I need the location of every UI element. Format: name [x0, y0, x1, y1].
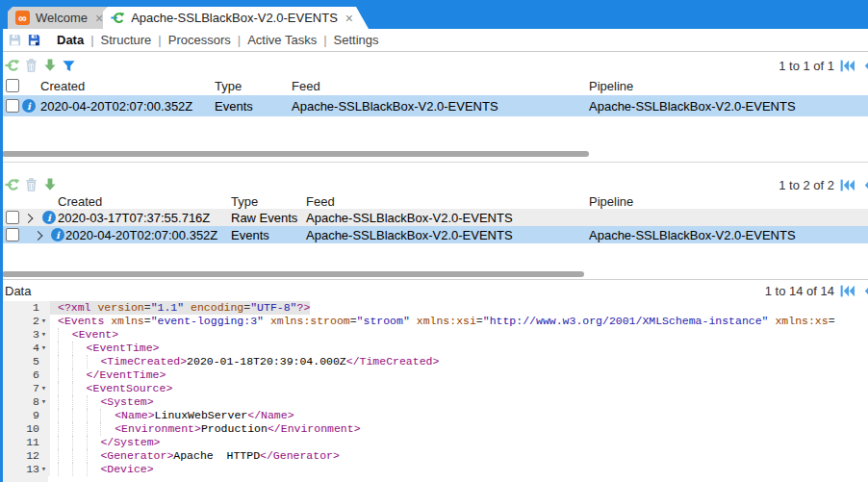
menu-item-settings[interactable]: Settings — [334, 33, 379, 47]
column-header-pipeline[interactable]: Pipeline — [589, 193, 633, 208]
save-as-icon[interactable] — [27, 33, 41, 47]
data-panel-pagination: 1 to 14 of 14 — [765, 280, 868, 301]
code-line: 10 <Environment>Production</Environment> — [3, 422, 868, 436]
first-page-icon[interactable] — [839, 283, 855, 299]
code-token — [264, 315, 270, 327]
xml-code-editor[interactable]: 1<?xml version="1.1" encoding="UTF-8"?>2… — [3, 301, 868, 482]
cell-type: Events — [231, 228, 269, 242]
filter-icon[interactable] — [62, 59, 76, 73]
delete-icon[interactable] — [24, 177, 38, 192]
save-icon[interactable] — [8, 33, 22, 47]
first-page-icon[interactable] — [839, 177, 855, 193]
code-token — [410, 315, 417, 327]
column-header-created[interactable]: Created — [58, 193, 102, 208]
cell-pipeline: Apache-SSLBlackBox-V2.0-EVENTS — [589, 99, 796, 114]
menu-item-processors[interactable]: Processors — [168, 33, 231, 47]
fold-arrow-icon[interactable]: ▾ — [39, 382, 48, 395]
section-divider — [0, 162, 868, 163]
code-token — [58, 463, 72, 476]
column-header-feed[interactable]: Feed — [306, 193, 335, 208]
tab-apache-sslblackbox-events[interactable]: Apache-SSLBlackBox-V2.0-EVENTS × — [103, 7, 369, 29]
line-number: 2 — [33, 315, 39, 328]
code-token: <EventTime> — [87, 342, 160, 354]
code-text: <EventTime> — [50, 342, 160, 355]
first-page-icon[interactable] — [839, 58, 855, 74]
info-icon[interactable] — [22, 99, 36, 113]
tab-label: Apache-SSLBlackBox-V2.0-EVENTS — [131, 11, 338, 25]
download-icon[interactable] — [42, 58, 58, 73]
menu-item-active-tasks[interactable]: Active Tasks — [247, 33, 317, 47]
column-header-feed[interactable]: Feed — [292, 79, 320, 93]
horizontal-scrollbar[interactable] — [2, 151, 589, 157]
table-row[interactable]: 2020-03-17T07:37:55.716ZRaw EventsApache… — [0, 209, 868, 226]
delete-icon[interactable] — [24, 58, 38, 73]
code-token — [72, 463, 87, 476]
code-line: 3▾ <Event> — [3, 328, 868, 342]
code-token — [87, 422, 101, 436]
line-gutter: 2▾ — [3, 315, 50, 328]
view-menu: Data | Structure | Processors | Active T… — [57, 33, 379, 47]
close-tab-icon[interactable]: × — [345, 12, 353, 25]
code-token — [58, 409, 72, 422]
code-line: 5 <TimeCreated>2020-01-18T20:39:04.000Z<… — [3, 355, 868, 368]
info-icon[interactable] — [42, 211, 56, 224]
fold-arrow-icon[interactable]: ▾ — [39, 328, 48, 342]
previous-page-icon[interactable] — [860, 283, 868, 299]
menu-item-structure[interactable]: Structure — [101, 33, 152, 47]
tab-label: Welcome — [36, 11, 88, 25]
column-header-created[interactable]: Created — [40, 79, 85, 93]
code-token — [58, 355, 72, 368]
line-gutter: 12 — [3, 449, 50, 463]
code-line: 9 <Name>LinuxWebServer</Name> — [3, 409, 868, 422]
line-gutter: 6 — [3, 368, 50, 382]
process-icon[interactable] — [5, 177, 20, 192]
code-token — [72, 368, 87, 382]
fold-arrow-icon[interactable]: ▾ — [39, 395, 48, 409]
expand-chevron-icon[interactable] — [35, 228, 41, 242]
previous-page-icon[interactable] — [860, 177, 868, 193]
close-tab-icon[interactable]: × — [95, 12, 103, 25]
fold-arrow-icon[interactable]: ▾ — [39, 315, 48, 328]
data-panel-header: Data — [3, 279, 868, 301]
part-table-header: Created Type Feed Pipeline — [0, 192, 868, 209]
code-token: = — [144, 315, 151, 327]
code-token: "1.1" — [151, 301, 185, 314]
code-line: 8▾ <System> — [3, 395, 868, 409]
menu-item-data[interactable]: Data — [57, 33, 84, 47]
code-token: <EventSource> — [87, 382, 173, 394]
process-icon[interactable] — [5, 58, 20, 73]
column-header-pipeline[interactable]: Pipeline — [589, 79, 633, 93]
code-token: "stroom" — [357, 315, 410, 327]
cell-feed: Apache-SSLBlackBox-V2.0-EVENTS — [306, 211, 513, 225]
code-token — [100, 422, 115, 436]
column-header-type[interactable]: Type — [231, 193, 258, 208]
code-token: LinuxWebServer — [155, 409, 248, 421]
line-gutter: 5 — [3, 355, 50, 368]
info-icon[interactable] — [51, 228, 64, 241]
code-token: = — [144, 301, 151, 314]
code-text: <Event> — [50, 328, 118, 342]
fold-arrow-icon[interactable]: ▾ — [39, 463, 48, 476]
code-line: 1<?xml version="1.1" encoding="UTF-8"?> — [3, 301, 868, 315]
horizontal-scrollbar[interactable] — [2, 271, 584, 277]
previous-page-icon[interactable] — [860, 58, 868, 74]
code-token: <?xml — [58, 301, 91, 314]
select-all-checkbox[interactable] — [6, 79, 19, 92]
row-checkbox[interactable] — [6, 228, 19, 241]
table-row[interactable]: 2020-04-20T02:07:00.352ZEventsApache-SSL… — [0, 95, 868, 116]
column-header-type[interactable]: Type — [215, 79, 242, 93]
code-token: ?> — [297, 301, 311, 314]
stroom-logo-icon: ∞ — [15, 11, 30, 25]
table-row[interactable]: 2020-04-20T02:07:00.352ZEventsApache-SSL… — [0, 226, 868, 243]
cell-type: Raw Events — [231, 211, 297, 225]
code-token — [72, 409, 87, 422]
fold-arrow-icon[interactable]: ▾ — [39, 342, 48, 355]
code-text: <?xml version="1.1" encoding="UTF-8"?> — [50, 301, 310, 315]
row-checkbox[interactable] — [6, 99, 19, 113]
code-token: Production — [201, 422, 268, 435]
row-checkbox[interactable] — [6, 211, 19, 224]
expand-chevron-icon[interactable] — [25, 211, 32, 225]
download-icon[interactable] — [42, 177, 58, 192]
stream-table-header: Created Type Feed Pipeline — [0, 76, 868, 95]
menu-separator: | — [323, 33, 326, 47]
